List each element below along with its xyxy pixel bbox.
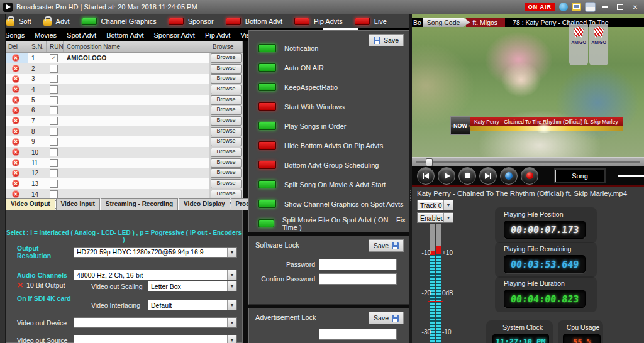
browse-button[interactable]: Browse [211, 95, 242, 105]
browse-button[interactable]: Browse [211, 127, 242, 136]
run-checkbox[interactable] [50, 65, 58, 73]
delete-icon[interactable]: ✕ [12, 138, 19, 146]
dropdown-arrow-icon[interactable]: ▼ [227, 300, 236, 310]
delete-icon[interactable]: ✕ [12, 65, 19, 72]
minimize-button[interactable] [599, 2, 611, 12]
run-checkbox[interactable] [50, 148, 58, 156]
delete-icon[interactable]: ✕ [12, 54, 19, 62]
video-preview[interactable]: Bo Song Code ft. Migos 78 : Katy Perry -… [412, 14, 644, 157]
toolbar-indicator-bottom-advt[interactable]: Bottom Advt [226, 18, 282, 25]
delete-icon[interactable]: ✕ [12, 117, 19, 124]
dropdown-arrow-icon[interactable]: ▼ [227, 318, 236, 327]
device-select[interactable]: ▼ [74, 317, 237, 328]
run-checkbox[interactable] [50, 128, 58, 136]
toggle-row-bottom-advt-group-scheduling[interactable]: Bottom Advt Group Scheduling [249, 155, 409, 175]
delete-icon[interactable]: ✕ [12, 190, 19, 198]
advertisement-lock-save-button[interactable]: Save [369, 312, 404, 324]
toolbar-indicator-sponsor[interactable]: Sponsor [169, 18, 214, 25]
run-checkbox[interactable] [50, 106, 58, 114]
toggle-led-green[interactable] [258, 44, 276, 52]
software-lock-save-button[interactable]: Save [369, 239, 404, 252]
cue-button[interactable] [500, 167, 518, 185]
dropdown-arrow-icon[interactable]: ▼ [227, 335, 236, 343]
interlacing-select[interactable]: Default ▼ [148, 300, 237, 310]
run-checkbox[interactable] [50, 190, 58, 199]
dropdown-arrow-icon[interactable]: ▼ [443, 213, 453, 222]
toolbar-indicator-channel-graphics[interactable]: Channel Graphics [82, 18, 157, 25]
output-resolution-select[interactable]: HD720-59p HDYC 1280x720@59.94p 16:9 ▼ [74, 247, 237, 258]
toggle-led-green[interactable] [258, 83, 276, 91]
toggle-led-red[interactable] [258, 102, 276, 111]
toggle-row-play-songs-in-order[interactable]: Play Songs in Order [249, 116, 409, 136]
toggle-led-green[interactable] [258, 219, 274, 227]
toggle-row-start-with-windows[interactable]: Start With Windows [249, 97, 409, 116]
browse-button[interactable]: Browse [211, 179, 242, 188]
disk-app-icon[interactable] [585, 2, 596, 12]
tab-movies[interactable]: Movies [30, 28, 62, 41]
delete-icon[interactable]: ✕ [12, 180, 19, 187]
toolbar-indicator-live[interactable]: Live [355, 18, 387, 25]
delete-icon[interactable]: ✕ [12, 159, 19, 166]
blue-app-icon[interactable] [559, 3, 568, 11]
dropdown-arrow-icon[interactable]: ▼ [227, 248, 236, 257]
output-tab-streaming-recording[interactable]: Streaming - Recording [101, 198, 178, 210]
run-checkbox[interactable] [50, 96, 58, 104]
previous-button[interactable] [417, 167, 435, 185]
dropdown-arrow-icon[interactable]: ▼ [227, 270, 236, 280]
song-mode-button[interactable]: Song [555, 170, 604, 182]
toggle-row-split-song-on-movie-advt-start[interactable]: Split Song On Movie & Advt Start [249, 175, 409, 194]
toggle-led-green[interactable] [258, 200, 276, 208]
browse-button[interactable]: Browse [211, 106, 242, 115]
stop-button[interactable] [458, 167, 476, 185]
output-tab-video-input[interactable]: Video Input [56, 198, 100, 210]
run-checkbox[interactable] [50, 138, 58, 146]
toggle-led-green[interactable] [258, 63, 276, 72]
run-checkbox[interactable] [50, 85, 58, 94]
browse-button[interactable]: Browse [211, 53, 242, 63]
toggle-row-auto-on-air[interactable]: Auto ON AIR [249, 58, 409, 77]
source-select[interactable]: ▼ [74, 335, 237, 343]
dropdown-arrow-icon[interactable]: ▼ [227, 281, 236, 291]
volume-slider[interactable] [618, 175, 644, 177]
confirm-password-input[interactable] [319, 273, 397, 285]
toggle-led-green[interactable] [258, 122, 276, 130]
delete-icon[interactable]: ✕ [12, 96, 19, 104]
scaling-select[interactable]: Letter Box ▼ [148, 281, 237, 291]
tab-sponsor-advt[interactable]: Sponsor Advt [148, 28, 199, 41]
delete-icon[interactable]: ✕ [12, 170, 19, 177]
enabled-select[interactable]: Enabled ▼ [417, 212, 453, 223]
run-checkbox[interactable]: ✓ [50, 54, 58, 62]
next-button[interactable] [479, 167, 497, 185]
tab-spot-advt[interactable]: Spot Advt [62, 28, 101, 41]
browse-button[interactable]: Browse [211, 74, 242, 84]
seek-bar[interactable] [412, 157, 644, 166]
delete-icon[interactable]: ✕ [12, 148, 19, 156]
advertisement-password-input[interactable] [319, 329, 397, 340]
password-input[interactable] [319, 259, 397, 270]
delete-icon[interactable]: ✕ [12, 85, 19, 93]
browse-button[interactable]: Browse [211, 116, 242, 126]
delete-icon[interactable]: ✕ [12, 128, 19, 135]
restore-button[interactable] [614, 2, 626, 12]
toggle-led-red[interactable] [258, 141, 276, 150]
delete-icon[interactable]: ✕ [12, 107, 19, 114]
tab-pip-advt[interactable]: Pip Advt [200, 28, 235, 41]
run-checkbox[interactable] [50, 75, 58, 83]
dropdown-arrow-icon[interactable]: ▼ [443, 200, 453, 210]
toolbar-indicator-pip-advts[interactable]: Pip Advts [294, 18, 343, 25]
run-checkbox[interactable] [50, 169, 58, 177]
toggle-row-notification[interactable]: Notification [249, 38, 409, 58]
browse-button[interactable]: Browse [211, 137, 242, 146]
run-checkbox[interactable] [50, 159, 58, 167]
toggle-row-keepaspectratio[interactable]: KeepAspectRatio [249, 77, 409, 97]
toggle-row-split-movie-file-on-spot-advt-on-fix-time[interactable]: Split Movie File On Spot Advt ( ON = Fix… [249, 214, 409, 233]
screen-app-icon[interactable] [572, 3, 581, 11]
toolbar-lock-advt[interactable]: Advt [43, 17, 70, 26]
output-tab-video-output[interactable]: Video Output [6, 198, 55, 210]
tab-bottom-advt[interactable]: Bottom Advt [101, 28, 148, 41]
browse-button[interactable]: Browse [211, 64, 242, 74]
toggle-led-red[interactable] [258, 161, 276, 169]
toggle-row-show-channel-graphics-on-spot-advts[interactable]: Show Channel Graphics on Spot Advts [249, 194, 409, 214]
browse-button[interactable]: Browse [211, 158, 242, 168]
toolbar-lock-soft[interactable]: Soft [6, 17, 31, 26]
